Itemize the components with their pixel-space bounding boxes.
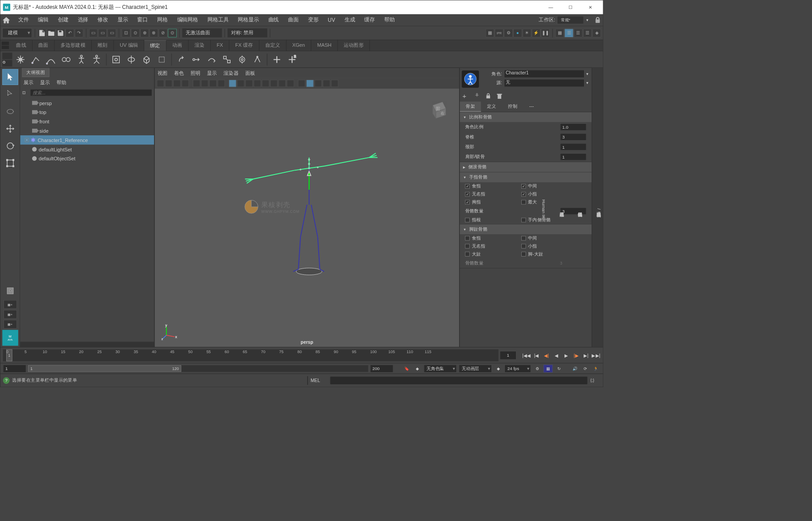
vp-menu-view[interactable]: 视图 (158, 70, 167, 76)
hik-src-dropdown[interactable]: 无 (504, 79, 585, 87)
hik-tab-definition[interactable]: 定义 (481, 102, 502, 112)
layout-opt1-icon[interactable]: ▦+ (4, 300, 17, 309)
step-back-icon[interactable]: ◀| (542, 351, 551, 359)
maya-home-icon[interactable]: MAYA (2, 330, 18, 346)
undo-icon[interactable]: ↶ (65, 28, 74, 37)
ipr-icon[interactable]: IPR (495, 28, 503, 37)
vp-icon-13[interactable] (262, 80, 269, 87)
orient-constraint-icon[interactable] (205, 53, 219, 66)
menu-mesh[interactable]: 网格 (153, 15, 173, 25)
hik-spine-input[interactable] (560, 133, 586, 140)
paint-select-tool[interactable] (2, 104, 18, 120)
scale-tool[interactable] (2, 155, 18, 171)
joint-tool-icon[interactable] (13, 53, 27, 66)
vp-icon-11[interactable] (245, 80, 252, 87)
hik-section-fingers[interactable]: ▼手指骨骼 (460, 172, 592, 182)
live-surface-field[interactable]: 无激活曲面 (182, 28, 222, 37)
vp-icon-10[interactable] (237, 80, 244, 87)
vp-icon-21[interactable] (331, 80, 338, 87)
outliner-tree[interactable]: persp top front side +✱Character1_Refere… (20, 98, 154, 342)
minimize-button[interactable]: — (541, 0, 561, 14)
menu-meshtools[interactable]: 网格工具 (203, 15, 233, 25)
vp-icon-2[interactable] (165, 80, 172, 87)
vp-menu-panels[interactable]: 面板 (245, 70, 255, 76)
play-back-icon[interactable]: ◀ (552, 351, 560, 359)
tab-modelingtoolkit[interactable]: 建模工具包 (557, 207, 566, 212)
search-filter-icon[interactable]: ⊡ (22, 90, 28, 95)
hik-tab-control[interactable]: 控制 (502, 102, 524, 112)
close-button[interactable]: ✕ (581, 0, 601, 14)
select-mode3-icon[interactable]: ▭ (107, 28, 116, 37)
hypershade-icon[interactable]: ● (513, 28, 522, 37)
vp-icon-12[interactable] (254, 80, 261, 87)
new-scene-icon[interactable] (38, 28, 46, 37)
panel-layout5-icon[interactable]: ◈ (593, 28, 601, 37)
panel-layout3-icon[interactable]: ☰ (574, 28, 582, 37)
bind-skin-icon[interactable] (109, 53, 123, 66)
anim-end-field[interactable]: 200 (370, 364, 393, 372)
vp-grid-icon[interactable] (229, 80, 236, 87)
shelf-tab-fxcache[interactable]: FX 缓存 (229, 40, 259, 51)
vp-icon-8[interactable] (218, 80, 225, 87)
panel-layout4-icon[interactable]: ☰ (583, 28, 592, 37)
panel-layout1-icon[interactable]: ▦ (555, 28, 564, 37)
loop-icon[interactable]: ↻ (555, 364, 563, 372)
command-input[interactable] (330, 376, 588, 384)
cb-middle[interactable] (521, 184, 526, 188)
aim-constraint-icon[interactable] (235, 53, 249, 66)
outliner-item-front[interactable]: front (20, 117, 154, 126)
expand-icon[interactable]: + (25, 138, 29, 142)
help-icon[interactable]: ? (3, 377, 10, 384)
shelf-tab-fx[interactable]: FX (211, 40, 229, 51)
cb-toe-footbig[interactable] (521, 252, 526, 256)
hik-charscale-input[interactable] (560, 123, 586, 130)
menu-surface[interactable]: 曲面 (284, 15, 304, 25)
render-icon[interactable]: ▦ (486, 28, 494, 37)
cube-bind-icon[interactable] (140, 53, 154, 66)
shelf-toggle-icon[interactable] (2, 41, 9, 50)
shelf-tab-curve[interactable]: 曲线 (10, 40, 32, 51)
cb-palmside[interactable] (521, 218, 526, 222)
hik-section-scale[interactable]: ▼比例和骨骼 (460, 112, 592, 122)
menu-generate[interactable]: 生成 (340, 15, 360, 25)
layout-single-icon[interactable] (2, 283, 18, 299)
menu-create[interactable]: 创建 (53, 15, 73, 25)
detach-skin-icon[interactable] (155, 53, 169, 66)
shelf-tab-render[interactable]: 渲染 (189, 40, 211, 51)
vp-icon-7[interactable] (209, 80, 216, 87)
vp-icon-14[interactable] (270, 80, 277, 87)
viewcube[interactable]: 前 右 (426, 98, 449, 122)
shelf-tab-uv[interactable]: UV 编辑 (114, 40, 144, 51)
vp-menu-renderer[interactable]: 渲染器 (223, 70, 238, 76)
timeline-ruler[interactable]: 1 05101520253035404550556065707580859095… (3, 349, 499, 361)
panel-layout2-icon[interactable]: ☰ (564, 28, 573, 37)
menu-help[interactable]: 帮助 (379, 15, 399, 25)
shelf-tab-motion[interactable]: 运动图形 (338, 40, 370, 51)
rotate-tool[interactable] (2, 138, 18, 154)
hik-section-roll[interactable]: ▶侧滚骨骼 (460, 162, 592, 172)
hik-tab-skeleton[interactable]: 骨架 (460, 102, 481, 112)
menu-select[interactable]: 选择 (73, 15, 93, 25)
snap-point-icon[interactable]: ⊕ (140, 28, 149, 37)
menu-window[interactable]: 窗口 (133, 15, 153, 25)
play-forward-icon[interactable]: ▶ (562, 351, 570, 359)
open-scene-icon[interactable] (47, 28, 56, 37)
hik-add-icon[interactable]: + (463, 93, 469, 99)
run-icon[interactable]: 🏃 (592, 364, 600, 372)
workspace-dropdown[interactable]: 常规* (557, 16, 584, 24)
outliner-item-top[interactable]: top (20, 107, 154, 117)
scale-constraint-icon[interactable] (220, 53, 234, 66)
parent-constraint-icon[interactable] (175, 53, 188, 66)
hik-shoulder-input[interactable] (560, 153, 586, 160)
point-constraint-icon[interactable] (190, 53, 203, 66)
menu-modify[interactable]: 修改 (93, 15, 113, 25)
menu-meshdisplay[interactable]: 网格显示 (233, 15, 264, 25)
menu-display[interactable]: 显示 (113, 15, 133, 25)
range-bar[interactable]: 1 120 (28, 365, 368, 372)
shelf-tab-rigging[interactable]: 绑定 (144, 40, 166, 51)
maximize-button[interactable]: ☐ (560, 0, 581, 14)
redo-icon[interactable]: ↷ (75, 28, 83, 37)
dropdown-arrow-icon[interactable]: ▾ (585, 81, 590, 85)
select-mode2-icon[interactable]: ▭ (98, 28, 107, 37)
goto-start-icon[interactable]: |◀◀ (522, 351, 531, 359)
